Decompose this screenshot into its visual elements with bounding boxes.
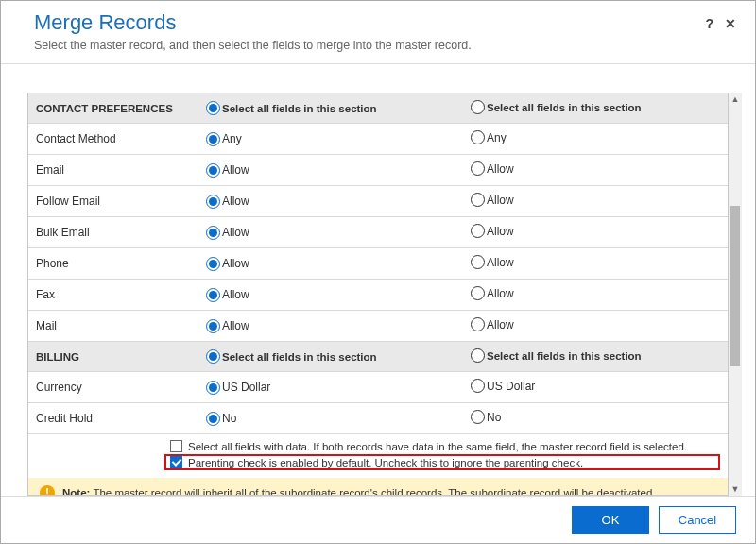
field-label: Follow Email — [28, 186, 198, 217]
scroll-down-icon[interactable]: ▼ — [729, 483, 742, 496]
field-label: Fax — [28, 280, 198, 311]
select-all-data-option[interactable]: Select all fields with data. If both rec… — [170, 438, 720, 454]
checkbox-icon[interactable] — [170, 456, 182, 468]
scroll-up-icon[interactable]: ▲ — [729, 93, 742, 106]
note-text: Note: The master record will inherit all… — [62, 487, 656, 496]
field-sub-radio[interactable]: Allow — [471, 193, 514, 207]
cancel-button[interactable]: Cancel — [659, 506, 736, 534]
parenting-check-option[interactable]: Parenting check is enabled by default. U… — [164, 454, 720, 470]
field-master-radio[interactable]: Allow — [206, 288, 249, 302]
dialog-body: CONTACT PREFERENCES Select all fields in… — [1, 64, 755, 496]
field-master-radio[interactable]: No — [206, 412, 236, 426]
field-row: Mail Allow Allow — [28, 311, 728, 342]
warning-icon: ! — [40, 485, 55, 496]
field-sub-radio[interactable]: Allow — [471, 255, 514, 269]
close-icon[interactable]: ✕ — [725, 16, 736, 31]
section-header: BILLING Select all fields in this sectio… — [28, 342, 728, 372]
field-master-radio[interactable]: Allow — [206, 257, 249, 271]
field-row: Follow Email Allow Allow — [28, 186, 728, 217]
dialog-title: Merge Records — [34, 10, 705, 35]
dialog-header: Merge Records ? ✕ Select the master reco… — [1, 1, 755, 64]
field-label: Credit Hold — [28, 403, 198, 434]
section-name-cell: BILLING — [28, 342, 198, 372]
field-row: Credit Hold No No — [28, 403, 728, 434]
fields-panel: CONTACT PREFERENCES Select all fields in… — [27, 93, 729, 496]
field-row: Currency US Dollar US Dollar — [28, 372, 728, 403]
help-icon[interactable]: ? — [705, 16, 713, 31]
select-all-sub[interactable]: Select all fields in this section — [471, 100, 642, 114]
field-label: Mail — [28, 311, 198, 342]
field-master-radio[interactable]: Allow — [206, 163, 249, 178]
option-label: Select all fields with data. If both rec… — [188, 441, 687, 452]
checkbox-icon[interactable] — [170, 440, 182, 452]
section-name-cell: CONTACT PREFERENCES — [28, 94, 198, 124]
field-sub-radio[interactable]: Allow — [471, 317, 514, 332]
field-master-radio[interactable]: Allow — [206, 319, 249, 333]
field-sub-radio[interactable]: Allow — [471, 286, 514, 300]
section-header: CONTACT PREFERENCES Select all fields in… — [28, 94, 728, 124]
fields-grid: CONTACT PREFERENCES Select all fields in… — [28, 94, 728, 434]
merge-records-dialog: Merge Records ? ✕ Select the master reco… — [0, 0, 756, 544]
vertical-scrollbar[interactable]: ▲ ▼ — [729, 93, 742, 496]
option-label: Parenting check is enabled by default. U… — [188, 457, 583, 468]
field-master-radio[interactable]: US Dollar — [206, 381, 270, 395]
field-label: Phone — [28, 248, 198, 280]
field-row: Phone Allow Allow — [28, 248, 728, 280]
dialog-footer: OK Cancel — [1, 496, 755, 543]
select-all-master[interactable]: Select all fields in this section — [206, 349, 377, 364]
field-label: Currency — [28, 372, 198, 403]
field-master-radio[interactable]: Allow — [206, 226, 249, 240]
field-sub-radio[interactable]: US Dollar — [471, 379, 535, 393]
field-row: Fax Allow Allow — [28, 280, 728, 311]
dialog-subtitle: Select the master record, and then selec… — [34, 39, 736, 52]
field-label: Contact Method — [28, 124, 198, 155]
field-row: Contact Method Any Any — [28, 124, 728, 155]
bottom-options: Select all fields with data. If both rec… — [28, 434, 728, 474]
note-bar: ! Note: The master record will inherit a… — [28, 478, 728, 496]
ok-button[interactable]: OK — [572, 506, 649, 534]
field-sub-radio[interactable]: No — [471, 410, 501, 424]
field-sub-radio[interactable]: Allow — [471, 224, 514, 238]
field-label: Email — [28, 155, 198, 186]
field-sub-radio[interactable]: Any — [471, 130, 507, 144]
field-row: Bulk Email Allow Allow — [28, 217, 728, 248]
field-master-radio[interactable]: Any — [206, 132, 242, 146]
field-sub-radio[interactable]: Allow — [471, 162, 514, 176]
select-all-master[interactable]: Select all fields in this section — [206, 101, 377, 115]
field-label: Bulk Email — [28, 217, 198, 248]
scroll-thumb[interactable] — [730, 206, 740, 367]
field-row: Email Allow Allow — [28, 155, 728, 186]
field-master-radio[interactable]: Allow — [206, 195, 249, 209]
select-all-sub[interactable]: Select all fields in this section — [471, 348, 642, 363]
